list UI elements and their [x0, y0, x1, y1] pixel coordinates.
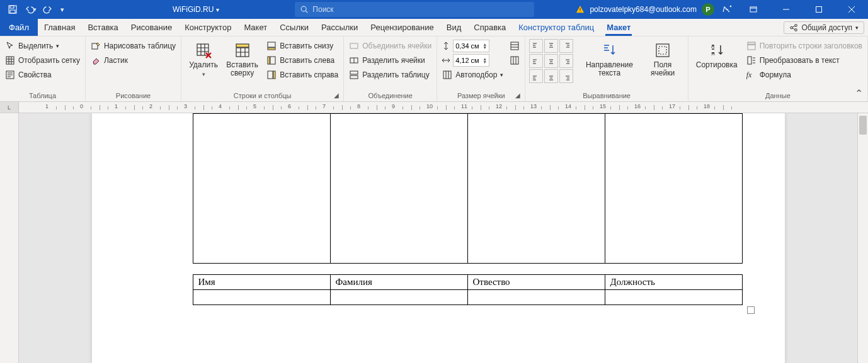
- eraser-button[interactable]: Ластик: [89, 53, 177, 67]
- user-email[interactable]: polzovatelpky684@outlook.com: [590, 5, 697, 14]
- document-table-1[interactable]: [193, 113, 743, 264]
- split-table-button[interactable]: Разделить таблицу: [348, 68, 433, 82]
- avatar[interactable]: P: [702, 3, 714, 16]
- document-table-2[interactable]: Имя Фамилия Отвество Должность: [193, 274, 743, 305]
- repeat-header-button[interactable]: Повторить строки заголовков: [745, 39, 864, 53]
- table-cell[interactable]: Отвество: [467, 275, 605, 290]
- table-row[interactable]: [193, 114, 742, 264]
- svg-rect-16: [268, 48, 275, 50]
- sort-button[interactable]: АЯ Сортировка: [692, 39, 741, 91]
- undo-icon[interactable]: ▾: [23, 2, 38, 17]
- quick-access-toolbar: ▾ ▾: [0, 2, 72, 17]
- tab-layout[interactable]: Макет: [237, 19, 273, 36]
- ribbon-tabs: Файл Главная Вставка Рисование Конструкт…: [0, 19, 868, 36]
- tab-draw[interactable]: Рисование: [125, 19, 178, 36]
- share-button[interactable]: Общий доступ ▾: [784, 21, 864, 34]
- maximize-button[interactable]: [805, 0, 833, 19]
- ribbon-display-icon[interactable]: [740, 0, 767, 19]
- delete-button[interactable]: Удалить▾: [185, 39, 222, 91]
- table-row[interactable]: Имя Фамилия Отвество Должность: [193, 275, 742, 290]
- svg-rect-9: [6, 57, 14, 64]
- svg-rect-20: [273, 71, 275, 79]
- svg-point-7: [795, 25, 797, 27]
- vertical-ruler[interactable]: [0, 113, 19, 363]
- document-title[interactable]: WiFiGiD.RU ▾: [173, 5, 219, 14]
- vertical-scrollbar[interactable]: [857, 113, 868, 363]
- cell-margins-button[interactable]: Поля ячейки: [641, 39, 683, 91]
- tab-help[interactable]: Справка: [467, 19, 512, 36]
- svg-rect-15: [268, 42, 275, 47]
- ribbon: Выделить ▾ Отобразить сетку Свойства Таб…: [0, 36, 868, 102]
- merge-cells-button[interactable]: Объединить ячейки: [348, 39, 433, 53]
- feedback-icon[interactable]: [719, 2, 734, 17]
- tab-table-layout[interactable]: Макет: [600, 19, 637, 36]
- table-row[interactable]: [193, 290, 742, 305]
- horizontal-ruler[interactable]: 10123456789101112131415161718: [19, 102, 868, 113]
- tab-view[interactable]: Вид: [440, 19, 468, 36]
- text-direction-button[interactable]: Направление текста: [577, 39, 641, 91]
- split-cells-button[interactable]: Разделить ячейки: [348, 53, 433, 67]
- distribute-cols-button[interactable]: [508, 53, 521, 67]
- properties-button[interactable]: Свойства: [4, 68, 81, 82]
- align-mr[interactable]: [559, 54, 573, 68]
- col-width-input[interactable]: 4,12 см▲▼: [441, 53, 505, 67]
- align-bl[interactable]: [529, 69, 543, 83]
- svg-rect-14: [236, 44, 249, 47]
- align-bc[interactable]: [544, 69, 558, 83]
- row-height-input[interactable]: 0,34 см▲▼: [441, 39, 505, 53]
- select-button[interactable]: Выделить ▾: [4, 39, 81, 53]
- insert-below-button[interactable]: Вставить снизу: [265, 39, 340, 53]
- document-area: Имя Фамилия Отвество Должность: [0, 113, 868, 363]
- align-mc[interactable]: [544, 54, 558, 68]
- customize-qat-icon[interactable]: ▾: [58, 2, 67, 17]
- table-cell[interactable]: Имя: [193, 275, 330, 290]
- ruler-corner[interactable]: L: [0, 102, 19, 113]
- scroll-thumb[interactable]: [859, 116, 867, 135]
- tab-file[interactable]: Файл: [0, 19, 38, 36]
- chevron-down-icon: ▾: [855, 25, 859, 31]
- svg-rect-32: [748, 42, 755, 45]
- tab-insert[interactable]: Вставка: [81, 19, 124, 36]
- dialog-launcher-icon[interactable]: ◢: [334, 92, 341, 99]
- group-data: АЯ Сортировка Повторить строки заголовко…: [688, 36, 868, 101]
- svg-rect-33: [748, 45, 755, 50]
- page[interactable]: Имя Фамилия Отвество Должность: [92, 113, 785, 363]
- warning-icon[interactable]: [576, 5, 585, 14]
- dialog-launcher-icon[interactable]: ◢: [515, 92, 523, 99]
- svg-rect-18: [268, 57, 270, 64]
- tab-review[interactable]: Рецензирование: [364, 19, 440, 36]
- insert-right-button[interactable]: Вставить справа: [265, 68, 340, 82]
- minimize-button[interactable]: [772, 0, 800, 19]
- svg-rect-21: [350, 43, 358, 48]
- table-cell[interactable]: Должность: [605, 275, 742, 290]
- redo-icon[interactable]: [40, 2, 55, 17]
- tab-design[interactable]: Конструктор: [178, 19, 237, 36]
- gridlines-button[interactable]: Отобразить сетку: [4, 53, 81, 67]
- search-input[interactable]: Поиск: [295, 2, 534, 17]
- titlebar: ▾ ▾ WiFiGiD.RU ▾ Поиск polzovatelpky684@…: [0, 0, 868, 19]
- insert-above-button[interactable]: Вставить сверху: [222, 39, 263, 91]
- table-cell[interactable]: Фамилия: [330, 275, 467, 290]
- svg-text:А: А: [711, 43, 715, 49]
- close-button[interactable]: [838, 0, 865, 19]
- tab-table-design[interactable]: Конструктор таблиц: [512, 19, 600, 36]
- page-scroll[interactable]: Имя Фамилия Отвество Должность: [19, 113, 857, 363]
- convert-text-button[interactable]: Преобразовать в текст: [745, 53, 864, 67]
- collapse-ribbon-icon[interactable]: ⌃: [853, 87, 864, 99]
- align-br[interactable]: [559, 69, 573, 83]
- tab-references[interactable]: Ссылки: [273, 19, 315, 36]
- insert-left-button[interactable]: Вставить слева: [265, 53, 340, 67]
- autofit-button[interactable]: Автоподбор ▾: [441, 68, 505, 82]
- distribute-rows-button[interactable]: [508, 39, 521, 53]
- svg-point-6: [791, 26, 793, 29]
- save-icon[interactable]: [5, 2, 20, 17]
- formula-button[interactable]: fxФормула: [745, 68, 864, 82]
- draw-table-button[interactable]: Нарисовать таблицу: [89, 39, 177, 53]
- align-tr[interactable]: [559, 39, 573, 53]
- tab-mailings[interactable]: Рассылки: [315, 19, 364, 36]
- align-tl[interactable]: [529, 39, 543, 53]
- align-tc[interactable]: [544, 39, 558, 53]
- align-ml[interactable]: [529, 54, 543, 68]
- tab-home[interactable]: Главная: [38, 19, 81, 36]
- alignment-grid: [529, 39, 573, 91]
